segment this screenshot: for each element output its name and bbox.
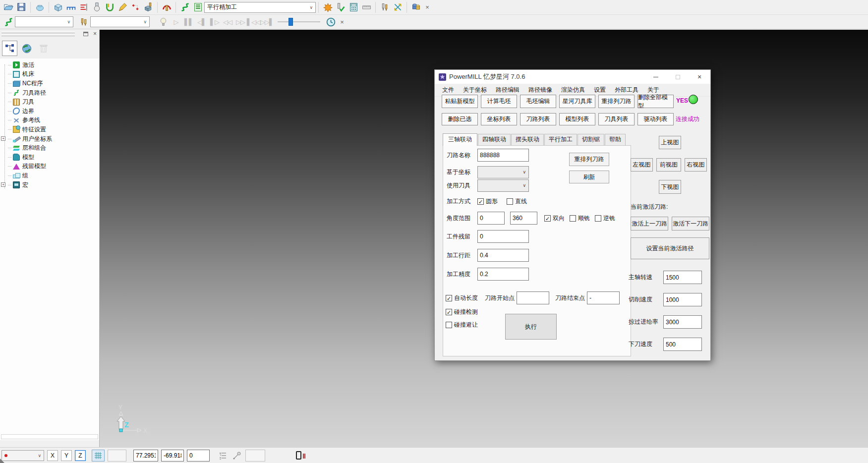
menu-path-edit[interactable]: 路径编辑 — [491, 86, 524, 94]
menu-settings[interactable]: 设置 — [589, 86, 610, 94]
delete-all-models-button[interactable]: 删除全部模型 — [637, 95, 674, 108]
go-to-start-button[interactable]: ▌◁◁ — [247, 18, 260, 26]
auto-length-checkbox[interactable]: ✓自动长度 — [446, 294, 478, 302]
coordinate-z-input[interactable] — [187, 450, 210, 462]
maximize-button[interactable] — [667, 70, 689, 84]
panel-grip[interactable] — [1, 32, 75, 33]
step-forward-button[interactable]: ▌▷ — [208, 18, 221, 26]
panel-float-icon[interactable] — [83, 32, 88, 36]
reorder-button[interactable]: 重排列刀路 — [569, 153, 609, 166]
conventional-checkbox[interactable]: 逆铣 — [595, 214, 615, 223]
coordinate-x-input[interactable] — [133, 450, 158, 462]
line-checkbox[interactable]: 直线 — [507, 197, 527, 206]
tool-list-button[interactable]: 刀具列表 — [598, 113, 635, 125]
start-point-input[interactable] — [517, 291, 549, 304]
tree-item-workplanes[interactable]: +用户坐标系 — [0, 134, 99, 144]
expand-toggle[interactable]: + — [1, 136, 5, 141]
menu-about-coords[interactable]: 关于坐标 — [459, 86, 491, 94]
pause-button[interactable]: ▌▌ — [182, 18, 195, 26]
right-view-button[interactable]: 右视图 — [685, 158, 707, 172]
plunge-feed-input[interactable] — [663, 338, 702, 351]
go-to-end-button[interactable]: ▷▷▌ — [260, 18, 274, 26]
axis-x-button[interactable]: X — [47, 450, 58, 461]
simulation-speed-slider[interactable] — [278, 17, 320, 27]
calculator-button[interactable] — [347, 1, 360, 14]
tool-holder-button[interactable] — [160, 1, 173, 14]
status-combobox[interactable]: ∨ — [1, 450, 44, 461]
highlight-button[interactable] — [157, 15, 170, 28]
model-list-button[interactable]: 模型列表 — [559, 113, 595, 125]
bottom-view-button[interactable]: 下视图 — [659, 180, 681, 194]
sim-tool-button[interactable] — [77, 15, 90, 28]
strategy-combobox[interactable]: 平行精加工 ∨ — [204, 2, 316, 13]
circle-checkbox[interactable]: ✓圆形 — [477, 197, 498, 206]
climb-checkbox[interactable]: 顺铣 — [570, 214, 590, 223]
collision-check-checkbox[interactable]: ✓碰撞检测 — [446, 308, 478, 316]
expand-toggle[interactable]: + — [1, 182, 5, 187]
front-view-button[interactable]: 前视图 — [656, 158, 681, 172]
toolpath-name-input[interactable] — [477, 149, 529, 162]
tab-4axis[interactable]: 四轴联动 — [478, 134, 511, 145]
star-tool-button[interactable] — [321, 1, 334, 14]
activate-next-toolpath-button[interactable]: 激活下一刀路 — [672, 217, 709, 231]
ball-tool-button[interactable] — [90, 1, 103, 14]
simulation-clock-button[interactable] — [324, 15, 337, 28]
drive-list-button[interactable]: 驱动列表 — [637, 113, 674, 125]
toolpath-select-button[interactable] — [2, 15, 15, 28]
tool-library-button[interactable]: 星河刀具库 — [559, 95, 595, 108]
rewind-button[interactable]: ◁◁ — [221, 18, 234, 26]
fast-forward-button[interactable]: ▷▷ — [234, 18, 247, 26]
step-back-button[interactable]: ◁▌ — [195, 18, 208, 26]
use-tool-combobox[interactable]: ∨ — [477, 179, 529, 192]
toolpath-list-button[interactable]: 刀路列表 — [520, 113, 556, 125]
boundary-uv-button[interactable] — [103, 1, 116, 14]
minimize-button[interactable] — [645, 70, 667, 84]
tree-item-macros[interactable]: +宏 — [0, 180, 99, 190]
base-coord-combobox[interactable]: ∨ — [477, 166, 529, 178]
nc-program-list-button[interactable] — [191, 1, 204, 14]
xyz-list-button[interactable] — [218, 450, 229, 461]
stock-remain-input[interactable] — [477, 230, 529, 243]
axis-y-button[interactable]: Y — [61, 450, 72, 461]
panel-grip[interactable] — [1, 35, 75, 36]
tolerance-input[interactable] — [477, 268, 529, 281]
save-project-button[interactable] — [15, 1, 28, 14]
tab-parallel[interactable]: 平行加工 — [544, 134, 577, 145]
sim-toolpath-combobox[interactable]: ∨ — [15, 16, 73, 27]
resize-grip[interactable] — [0, 459, 4, 463]
rapid-heights-button[interactable] — [77, 1, 90, 14]
sim-tool-combobox[interactable]: ∨ — [90, 16, 150, 27]
play-button[interactable]: ▷ — [170, 18, 182, 26]
stepover-input[interactable] — [477, 249, 529, 262]
grid-snap-button[interactable] — [92, 450, 105, 462]
verify-toolpath-button[interactable] — [334, 1, 347, 14]
coord-list-button[interactable]: 坐标列表 — [481, 113, 517, 125]
tree-item-models[interactable]: 模型 — [0, 153, 99, 162]
model-button[interactable] — [33, 1, 46, 14]
menu-render-sim[interactable]: 渲染仿真 — [557, 86, 589, 94]
block-button[interactable] — [52, 1, 64, 14]
tree-item-patterns[interactable]: 参考线 — [0, 116, 99, 125]
tree-item-tools[interactable]: 刀具 — [0, 97, 99, 107]
spindle-speed-input[interactable] — [663, 271, 702, 284]
dialog-titlebar[interactable]: PowerMILL 忆梦星河 7.0.6 × — [435, 70, 710, 84]
paste-new-model-button[interactable]: 粘贴新模型 — [442, 95, 478, 108]
tab-help[interactable]: 帮助 — [605, 134, 626, 145]
angle-from-input[interactable] — [477, 212, 505, 225]
tree-item-boundaries[interactable]: 边界 — [0, 107, 99, 116]
delete-selected-button[interactable]: 删除已选 — [442, 113, 478, 125]
bidirectional-checkbox[interactable]: ✓双向 — [544, 214, 565, 223]
tab-swivel-head[interactable]: 摆头联动 — [511, 134, 544, 145]
coordinate-y-input[interactable] — [161, 450, 184, 462]
activate-prev-toolpath-button[interactable]: 激活上一刀路 — [631, 217, 668, 231]
sim-toolbar-close-button[interactable]: × — [337, 18, 347, 26]
tree-item-stock-models[interactable]: 残留模型 — [0, 162, 99, 172]
axis-z-button[interactable]: Z — [75, 450, 86, 461]
device-rotate-icon[interactable] — [296, 451, 301, 460]
tool-pair-button[interactable] — [378, 1, 391, 14]
axis-pointer-button[interactable] — [231, 450, 242, 461]
end-point-input[interactable] — [587, 291, 620, 304]
menu-path-mirror[interactable]: 路径镜像 — [524, 86, 557, 94]
skim-feed-input[interactable] — [663, 315, 702, 329]
tab-3axis[interactable]: 三轴联动 — [443, 133, 477, 146]
